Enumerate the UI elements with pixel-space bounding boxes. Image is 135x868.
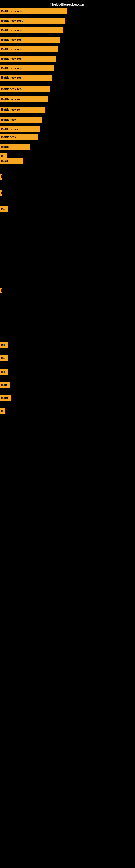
- bottleneck-bar: Bottleneck res: [0, 8, 67, 14]
- bottleneck-bar: Bottleneck res: [0, 86, 50, 92]
- bottleneck-bar: Bottleneck res: [0, 46, 58, 52]
- bottleneck-bar: Bottleneck resu: [0, 18, 65, 24]
- bottleneck-bar: B: [0, 408, 5, 414]
- bottleneck-bar: Bo: [0, 355, 8, 361]
- bottleneck-bar: Bottleneck res: [0, 56, 56, 62]
- bottleneck-bar: Bottleneck r: [0, 126, 40, 132]
- bottleneck-bar: Bo: [0, 342, 8, 348]
- bottleneck-bar: |: [0, 287, 2, 293]
- bottleneck-bar: Bottleneck: [0, 134, 38, 140]
- bottleneck-bar: Bottleneck re: [0, 106, 45, 113]
- bottleneck-bar: |: [0, 174, 2, 180]
- bottleneck-bar: Bottleneck re: [0, 96, 48, 102]
- bottleneck-bar: |: [0, 190, 2, 196]
- bottleneck-bar: Bottleneck: [0, 117, 42, 123]
- bottleneck-bar: Bo: [0, 369, 8, 375]
- bottleneck-bar: Bottleneck res: [0, 74, 52, 81]
- bottleneck-bar: Bottl: [0, 395, 11, 401]
- bottleneck-bar: Bo: [0, 206, 8, 212]
- bottleneck-bar: Bottleneck res: [0, 37, 60, 42]
- site-title: TheBottlenecker.com: [50, 2, 85, 6]
- bottleneck-bar: Bottl: [0, 158, 23, 164]
- bottleneck-bar: Bottlen: [0, 144, 30, 150]
- bottleneck-bar: Bott: [0, 382, 10, 388]
- bottleneck-bar: Bottleneck res: [0, 27, 63, 33]
- bottleneck-bar: Bottleneck res: [0, 65, 54, 71]
